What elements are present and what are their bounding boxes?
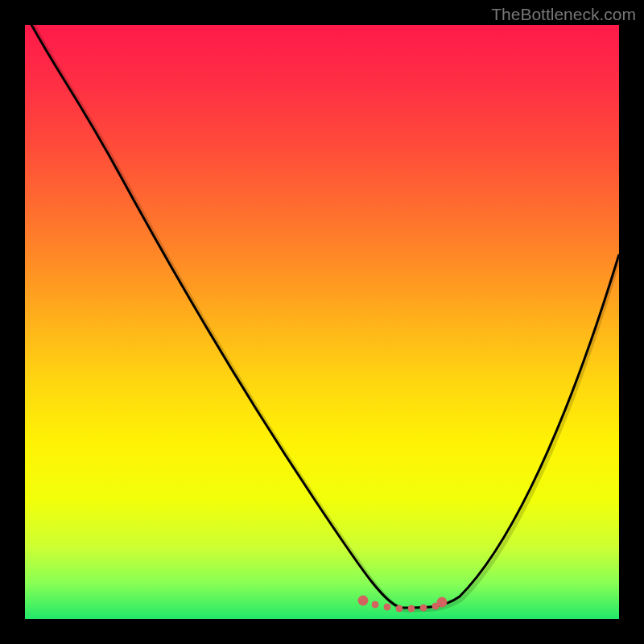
curve-layer <box>25 25 619 619</box>
bottleneck-curve <box>25 25 619 608</box>
chart-container: TheBottleneck.com <box>0 0 644 644</box>
plot-area <box>25 25 619 619</box>
bottleneck-curve-ghost <box>29 25 619 610</box>
svg-point-8 <box>437 597 447 607</box>
svg-point-2 <box>372 601 378 608</box>
svg-point-3 <box>384 604 390 610</box>
svg-point-4 <box>396 605 402 612</box>
watermark-text: TheBottleneck.com <box>491 5 636 24</box>
svg-point-1 <box>358 596 368 605</box>
svg-point-5 <box>408 605 415 612</box>
svg-point-6 <box>420 605 427 611</box>
